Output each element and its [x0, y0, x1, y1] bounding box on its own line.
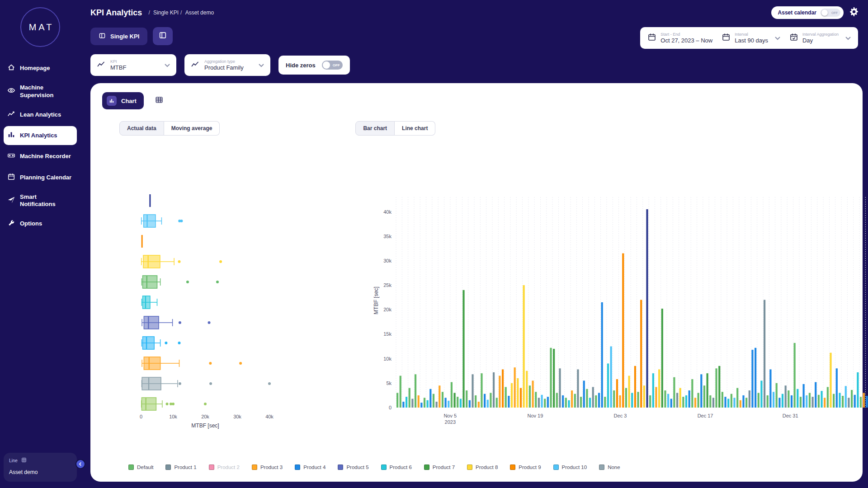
svg-text:15k: 15k: [383, 331, 392, 337]
tab-chart[interactable]: Chart: [102, 92, 144, 109]
send-icon: [7, 196, 15, 206]
chevron-down-icon: [775, 34, 780, 42]
sidebar-item-planning-calendar[interactable]: Planning Calendar: [4, 168, 77, 187]
kpi-select-label: KPI: [110, 59, 157, 64]
gear-icon[interactable]: [849, 7, 859, 19]
legend: DefaultProduct 1Product 2Product 3Produc…: [128, 465, 851, 470]
calendar-icon: [722, 33, 731, 43]
sidebar-item-label: KPI Analytics: [20, 132, 57, 139]
trend-icon: [7, 110, 15, 120]
sidebar-collapse-button[interactable]: [75, 459, 85, 469]
legend-item[interactable]: Product 3: [252, 465, 283, 470]
chevron-down-icon: [259, 61, 264, 69]
interval-aggregation-select[interactable]: Interval Aggregation Day: [789, 32, 851, 44]
home-icon: [7, 63, 15, 73]
legend-item[interactable]: Product 1: [165, 465, 196, 470]
controls-row-1: Single KPI Start - End Oct 27, 2023 – No…: [90, 27, 858, 49]
legend-item[interactable]: Product 6: [381, 465, 412, 470]
asset-calendar-switch[interactable]: OFF: [821, 9, 840, 17]
legend-item[interactable]: Product 8: [467, 465, 498, 470]
legend-swatch: [165, 465, 171, 470]
legend-label: Product 6: [390, 465, 412, 470]
chevron-down-icon: [845, 34, 851, 42]
tab-single-kpi[interactable]: Single KPI: [90, 28, 147, 45]
legend-item[interactable]: Default: [128, 465, 153, 470]
sidebar-footer: Line Asset demo: [4, 453, 77, 482]
legend-item[interactable]: None: [599, 465, 620, 470]
legend-item[interactable]: Product 9: [510, 465, 541, 470]
logo-text: MAT: [27, 22, 54, 33]
legend-label: Product 7: [433, 465, 455, 470]
hide-zeros-switch[interactable]: OFF: [322, 61, 343, 70]
page-title: KPI Analytics: [90, 8, 142, 18]
line-chart-button[interactable]: Line chart: [395, 121, 435, 136]
legend-item[interactable]: Product 4: [295, 465, 326, 470]
legend-swatch: [553, 465, 559, 470]
sidebar-item-kpi-analytics[interactable]: KPI Analytics: [4, 126, 77, 145]
controls-row-2: KPI MTBF Aggregation type Product Family…: [90, 54, 858, 76]
toggle-state-label: OFF: [831, 11, 838, 14]
grid-icon[interactable]: [21, 457, 27, 464]
date-range-picker[interactable]: Start - End Oct 27, 2023 – Now: [647, 32, 712, 44]
legend-swatch: [424, 465, 429, 470]
svg-text:Dec 3: Dec 3: [614, 413, 627, 418]
toggle-knob: [323, 61, 330, 69]
svg-text:25k: 25k: [383, 282, 392, 288]
sidebar-item-machine-supervision[interactable]: Machine Supervision: [4, 80, 77, 103]
svg-text:40k: 40k: [265, 414, 274, 419]
sidebar-item-label: Lean Analytics: [20, 111, 61, 118]
date-controls-bar: Start - End Oct 27, 2023 – Now Interval …: [640, 27, 858, 49]
svg-text:Dec 31: Dec 31: [783, 413, 798, 418]
legend-label: Product 10: [562, 465, 587, 470]
app-root: MAT Homepage Machine Supervision Lean An…: [0, 0, 868, 488]
sidebar-item-homepage[interactable]: Homepage: [4, 59, 77, 78]
breadcrumb-item[interactable]: Asset demo: [179, 9, 214, 16]
aggregation-type-select[interactable]: Aggregation type Product Family: [184, 54, 270, 76]
moving-average-button[interactable]: Moving average: [164, 121, 220, 136]
boxplot-chart: 010k20k30k40kMTBF [sec]: [114, 185, 367, 440]
sidebar-item-smart-notifications[interactable]: Smart Notifications: [4, 189, 77, 213]
interval-aggregation-label: Interval Aggregation: [802, 32, 839, 37]
sidebar-item-label: Machine Supervision: [20, 84, 73, 99]
card-tabs: Chart: [102, 92, 851, 109]
recorder-icon: [7, 151, 15, 161]
svg-text:10k: 10k: [169, 414, 177, 419]
legend-label: Product 2: [217, 465, 240, 470]
calendar-icon: [7, 173, 15, 183]
sidebar-item-options[interactable]: Options: [4, 214, 77, 233]
footer-asset-label: Asset demo: [9, 469, 71, 475]
bar-chart-button[interactable]: Bar chart: [355, 121, 395, 136]
interval-select[interactable]: Interval Last 90 days: [722, 32, 780, 44]
svg-text:20k: 20k: [201, 414, 209, 419]
svg-text:10k: 10k: [383, 356, 392, 361]
chart-toggles-row: Actual data Moving average Bar chart Lin…: [102, 121, 851, 136]
chevron-down-icon: [165, 61, 170, 69]
hide-zeros-control: Hide zeros OFF: [278, 56, 350, 75]
bar-chart-svg: 05k10k15k20k25k30k35k40kNov 52023Nov 19D…: [367, 185, 868, 438]
sidebar-item-label: Homepage: [20, 65, 50, 72]
legend-item[interactable]: Product 7: [424, 465, 455, 470]
sidebar: MAT Homepage Machine Supervision Lean An…: [0, 0, 80, 488]
actual-data-button[interactable]: Actual data: [119, 121, 164, 136]
legend-label: None: [608, 465, 620, 470]
breadcrumb-item[interactable]: Single KPI: [146, 9, 179, 16]
date-range-value: Oct 27, 2023 – Now: [660, 37, 712, 44]
tab-chart-label: Chart: [121, 98, 137, 104]
aggregation-type-value: Product Family: [204, 64, 251, 71]
kpi-select[interactable]: KPI MTBF: [90, 54, 176, 76]
asset-calendar-toggle-pill[interactable]: Asset calendar OFF: [771, 6, 844, 19]
table-icon: [155, 96, 163, 106]
multi-kpi-view-button[interactable]: [153, 27, 173, 45]
svg-text:40k: 40k: [383, 209, 392, 215]
legend-item[interactable]: Product 2: [209, 465, 240, 470]
tab-table-view[interactable]: [151, 93, 167, 108]
legend-item[interactable]: Product 10: [553, 465, 587, 470]
bar-chart-icon: [7, 131, 15, 141]
legend-item[interactable]: Product 5: [338, 465, 368, 470]
breadcrumb: Single KPI Asset demo: [146, 9, 214, 16]
sidebar-item-machine-recorder[interactable]: Machine Recorder: [4, 147, 77, 166]
sidebar-item-lean-analytics[interactable]: Lean Analytics: [4, 105, 77, 124]
toggle-state-label: OFF: [333, 63, 340, 67]
svg-text:35k: 35k: [383, 234, 392, 239]
footer-line-label: Line: [9, 458, 18, 463]
